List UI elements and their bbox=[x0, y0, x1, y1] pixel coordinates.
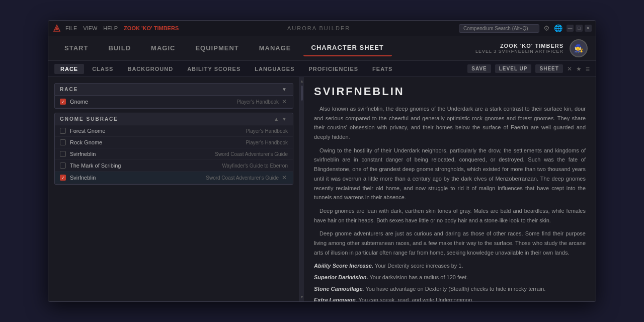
subrace-rock-gnome[interactable]: Rock Gnome Player's Handbook bbox=[55, 137, 293, 148]
user-info: ZOOK 'KO' TIMBERS LEVEL 3 SVIRFNEBLIN AR… bbox=[475, 43, 564, 54]
sheet-button[interactable]: SHEET bbox=[535, 64, 562, 73]
character-name-menu: ZOOK 'KO' TIMBERS bbox=[124, 25, 179, 31]
maximize-button[interactable]: □ bbox=[576, 25, 583, 32]
trait-camouflage: Stone Camouflage. You have advantage on … bbox=[314, 284, 586, 294]
subrace-source-forest: Player's Handbook bbox=[246, 128, 288, 134]
level-up-button[interactable]: LEVEL UP bbox=[495, 64, 532, 73]
settings-icon[interactable]: ⚙ bbox=[543, 24, 550, 32]
race-checkbox[interactable]: ✓ bbox=[60, 99, 66, 105]
race-section: RACE ▼ ✓ Gnome Player's Handbook ✕ bbox=[54, 83, 293, 109]
subnav-proficiencies[interactable]: PROFICIENCIES bbox=[303, 64, 365, 74]
nav-right: ZOOK 'KO' TIMBERS LEVEL 3 SVIRFNEBLIN AR… bbox=[475, 39, 588, 57]
user-name: ZOOK 'KO' TIMBERS bbox=[475, 43, 564, 49]
title-bar-right: Compendium Search (Alt+Q) ⚙ 🌐 — □ ✕ bbox=[459, 24, 592, 33]
menu-dots-icon[interactable]: ≡ bbox=[586, 65, 590, 73]
subrace-source-svirfneblin-1: Sword Coast Adventurer's Guide bbox=[215, 151, 288, 157]
main-window: FILE VIEW HELP ZOOK 'KO' TIMBERS AURORA … bbox=[48, 20, 596, 302]
subrace-remove-button[interactable]: ✕ bbox=[281, 174, 288, 181]
nav-manage[interactable]: MANAGE bbox=[251, 40, 299, 56]
nav-start[interactable]: START bbox=[56, 40, 96, 56]
trait-language-text: You can speak, read, and write Undercomm… bbox=[358, 297, 473, 301]
subrace-list: Forest Gnome Player's Handbook Rock Gnom… bbox=[54, 125, 293, 185]
subrace-check-svirfneblin-1 bbox=[60, 151, 66, 157]
subnav-ability-scores[interactable]: ABILITY SCORES bbox=[181, 64, 247, 74]
detail-para-1: Also known as svirfneblin, the deep gnom… bbox=[314, 104, 586, 142]
subnav-background[interactable]: BACKGROUND bbox=[121, 64, 179, 74]
minimize-button[interactable]: — bbox=[567, 25, 574, 32]
selected-race-item: ✓ Gnome Player's Handbook ✕ bbox=[55, 96, 293, 108]
race-remove-button[interactable]: ✕ bbox=[281, 98, 288, 105]
menu-help[interactable]: HELP bbox=[103, 25, 118, 31]
detail-para-2: Owing to the hostility of their Underdar… bbox=[314, 146, 586, 202]
subnav-languages[interactable]: LANGUAGES bbox=[249, 64, 300, 74]
subrace-check-mark bbox=[60, 163, 66, 169]
sub-nav-actions: SAVE LEVEL UP SHEET ✕ ★ ≡ bbox=[467, 64, 590, 73]
race-section-label: RACE bbox=[60, 87, 78, 92]
scroll-up-icon[interactable]: ▲ bbox=[300, 79, 304, 84]
nav-equipment[interactable]: EQUIPMENT bbox=[187, 40, 247, 56]
subrace-svirfneblin-1[interactable]: Svirfneblin Sword Coast Adventurer's Gui… bbox=[55, 148, 293, 160]
title-bar: FILE VIEW HELP ZOOK 'KO' TIMBERS AURORA … bbox=[48, 21, 596, 36]
subrace-source-mark: Wayfinder's Guide to Eberron bbox=[222, 163, 288, 169]
main-content: RACE ▼ ✓ Gnome Player's Handbook ✕ GNOME… bbox=[48, 77, 596, 301]
subrace-forest-gnome[interactable]: Forest Gnome Player's Handbook bbox=[55, 125, 293, 137]
subnav-race[interactable]: RACE bbox=[54, 64, 84, 74]
nav-character-sheet[interactable]: CHARACTER SHEET bbox=[303, 40, 392, 56]
trait-ability-score-text: Your Dexterity score increases by 1. bbox=[375, 263, 463, 269]
traits-section: Ability Score Increase. Your Dexterity s… bbox=[314, 261, 586, 301]
scroll-down-icon[interactable]: ▼ bbox=[300, 295, 304, 299]
subrace-expand-icons: ▲ ▼ bbox=[274, 116, 288, 122]
trait-ability-score-name: Ability Score Increase. bbox=[314, 263, 373, 269]
race-section-header[interactable]: RACE ▼ bbox=[54, 83, 293, 96]
left-panel: RACE ▼ ✓ Gnome Player's Handbook ✕ GNOME… bbox=[48, 77, 300, 301]
app-title: AURORA BUILDER bbox=[183, 25, 455, 31]
subrace-name-mark: The Mark of Scribing bbox=[70, 163, 222, 169]
subrace-section: GNOME SUBRACE ▲ ▼ Forest Gnome Player's … bbox=[54, 113, 293, 185]
pin-icon[interactable]: ✕ bbox=[567, 65, 572, 72]
subrace-name-rock: Rock Gnome bbox=[70, 139, 246, 145]
detail-para-4: Deep gnome adventurers are just as curio… bbox=[314, 229, 586, 257]
menu-bar: FILE VIEW HELP ZOOK 'KO' TIMBERS bbox=[65, 25, 179, 31]
subrace-name-svirfneblin-1: Svirfneblin bbox=[70, 151, 215, 157]
detail-title: SVIRFNEBLIN bbox=[314, 85, 586, 98]
subrace-check-svirfneblin-2[interactable]: ✓ bbox=[60, 175, 66, 181]
subnav-feats[interactable]: FEATS bbox=[366, 64, 398, 74]
menu-view[interactable]: VIEW bbox=[83, 25, 97, 31]
compendium-search[interactable]: Compendium Search (Alt+Q) bbox=[459, 24, 539, 33]
race-label: Gnome bbox=[70, 99, 236, 105]
subnav-class[interactable]: CLASS bbox=[86, 64, 119, 74]
avatar: 🧙 bbox=[570, 39, 588, 57]
trait-ability-score: Ability Score Increase. Your Dexterity s… bbox=[314, 261, 586, 271]
trait-darkvision-name: Superior Darkvision. bbox=[314, 274, 368, 280]
window-controls: — □ ✕ bbox=[567, 25, 592, 32]
subrace-name-forest: Forest Gnome bbox=[70, 128, 246, 134]
subrace-section-header[interactable]: GNOME SUBRACE ▲ ▼ bbox=[54, 113, 293, 125]
close-button[interactable]: ✕ bbox=[585, 25, 592, 32]
race-section-content: ✓ Gnome Player's Handbook ✕ bbox=[54, 96, 293, 109]
trait-darkvision-text: Your darkvision has a radius of 120 feet… bbox=[369, 274, 468, 280]
scroll-thumb[interactable] bbox=[301, 86, 303, 101]
expand-up-icon[interactable]: ▲ bbox=[274, 116, 280, 122]
trait-camouflage-text: You have advantage on Dexterity (Stealth… bbox=[365, 286, 545, 292]
star-icon[interactable]: ★ bbox=[576, 65, 582, 72]
subrace-source-svirfneblin-2: Sword Coast Adventurer's Guide bbox=[206, 175, 279, 181]
subrace-svirfneblin-selected[interactable]: ✓ Svirfneblin Sword Coast Adventurer's G… bbox=[55, 172, 293, 184]
detail-para-3: Deep gnomes are lean with dark, earthen … bbox=[314, 206, 586, 225]
nav-bar: START BUILD MAGIC EQUIPMENT MANAGE CHARA… bbox=[48, 36, 596, 61]
globe-icon[interactable]: 🌐 bbox=[554, 24, 562, 32]
save-button[interactable]: SAVE bbox=[467, 64, 491, 73]
expand-down-icon[interactable]: ▼ bbox=[282, 116, 288, 122]
nav-magic[interactable]: MAGIC bbox=[143, 40, 183, 56]
subrace-check-forest bbox=[60, 128, 66, 134]
nav-build[interactable]: BUILD bbox=[100, 40, 139, 56]
menu-file[interactable]: FILE bbox=[65, 25, 77, 31]
right-panel: SVIRFNEBLIN Also known as svirfneblin, t… bbox=[304, 77, 596, 301]
subrace-mark-scribing[interactable]: The Mark of Scribing Wayfinder's Guide t… bbox=[55, 160, 293, 172]
subrace-name-svirfneblin-2: Svirfneblin bbox=[70, 175, 206, 181]
race-source: Player's Handbook bbox=[236, 99, 279, 105]
trait-darkvision: Superior Darkvision. Your darkvision has… bbox=[314, 273, 586, 282]
trait-language-name: Extra Language. bbox=[314, 297, 357, 301]
scroll-indicator: ▲ ▼ bbox=[300, 77, 304, 301]
subrace-check-rock bbox=[60, 139, 66, 145]
trait-camouflage-name: Stone Camouflage. bbox=[314, 286, 364, 292]
